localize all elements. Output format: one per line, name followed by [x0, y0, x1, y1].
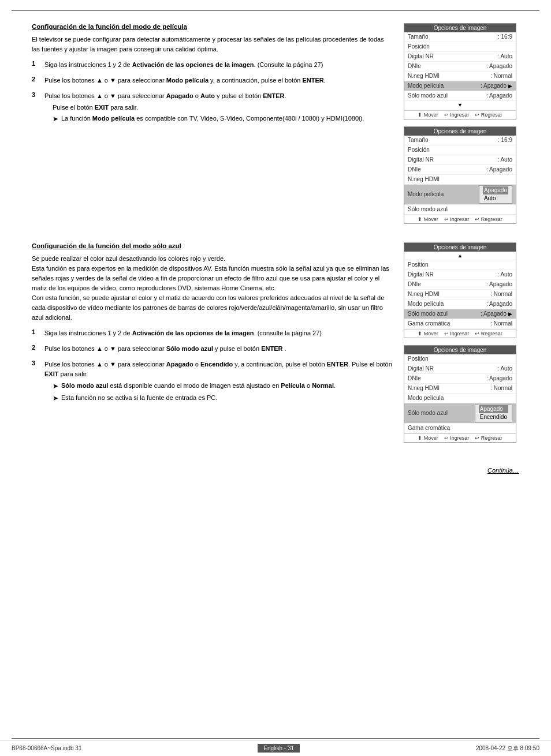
osd4-opt-encendido: Encendido [479, 413, 508, 421]
osd2-solmoazul-label: Sólo modo azul [408, 205, 448, 214]
osd4-row-position: Position [404, 354, 516, 364]
osd4-row-nneg: N.neg HDMI : Normal [404, 384, 516, 394]
osd1-row-modopeli: Modo película : Apagado ▶ [404, 81, 516, 91]
step3-text: Pulse los botones ▲ o ▼ para seleccionar… [44, 91, 364, 125]
osd2-back: ↩ Regresar [475, 216, 502, 222]
osd3-solmoazul-label: Sólo modo azul [408, 310, 448, 318]
osd3-solmoazul-val: : Apagado [481, 310, 507, 318]
osd2-opt-auto: Auto [483, 194, 508, 203]
osd3-gama-val: : Normal [490, 320, 512, 328]
osd3-nneg-label: N.neg HDMI [408, 290, 440, 298]
osd2-dropdown: Apagado Auto [479, 185, 512, 204]
step3-num: 3 [32, 91, 40, 125]
osd1-down-arrow: ▼ [457, 102, 463, 109]
section2: Configuración de la función del modo sól… [32, 242, 519, 450]
osd3-digitalnr-val: : Auto [497, 271, 512, 279]
page-badge: English - 31 [258, 744, 300, 753]
osd4-dnie-label: DNIe [408, 375, 421, 383]
osd4-row-gama: Gama cromática [404, 424, 516, 433]
s2-step1-num: 1 [32, 328, 40, 338]
osd3-row-modopeli: Modo película : Apagado [404, 300, 516, 309]
osd3-modopeli-val: : Apagado [486, 300, 512, 308]
osd-box-1: Opciones de imagen Tamaño : 16:9 Posició… [404, 23, 516, 119]
section2-right: Opciones de imagen ▲ Position Digital NR… [404, 242, 519, 450]
osd3-row-nneg: N.neg HDMI : Normal [404, 290, 516, 300]
osd1-modopeli-label: Modo película [408, 82, 444, 90]
osd3-nneg-val: : Normal [490, 290, 512, 298]
osd4-opt-apagado: Apagado [479, 405, 508, 413]
osd3-row-dnie: DNIe : Apagado [404, 280, 516, 290]
osd4-dnie-val: : Apagado [486, 375, 512, 383]
osd3-digitalnr-label: Digital NR [408, 271, 434, 279]
section1-right: Opciones de imagen Tamaño : 16:9 Posició… [404, 23, 519, 231]
osd1-modopeli-val: : Apagado [481, 82, 507, 90]
s2-note1-text: Sólo modo azul está disponible cuando el… [61, 381, 336, 392]
osd4-title: Opciones de imagen [404, 346, 516, 354]
osd2-digitalnr-val: : Auto [497, 156, 512, 164]
osd2-row-modopeli: Modo película Apagado Auto [404, 185, 516, 205]
osd4-footer: ⬆ Mover ↩ Ingresar ↩ Regresar [404, 433, 516, 442]
osd4-row-digitalnr: Digital NR : Auto [404, 364, 516, 374]
osd3-arrow-right: ▶ [508, 310, 512, 318]
osd1-row-tamano: Tamaño : 16:9 [404, 32, 516, 42]
file-label: BP68-00666A~Spa.indb 31 [12, 745, 82, 751]
osd-box-4: Opciones de imagen Position Digital NR :… [404, 345, 516, 443]
osd3-up-arrow: ▲ [457, 252, 463, 260]
step1-text: Siga las instrucciones 1 y 2 de Activaci… [44, 60, 323, 70]
osd2-dnie-label: DNIe [408, 166, 421, 174]
step3-sub2: ➤ La función Modo película es compatible… [53, 114, 364, 125]
osd2-dnie-val: : Apagado [486, 166, 512, 174]
s2-step3-note1: ➤ Sólo modo azul está disponible cuando … [53, 381, 392, 392]
step3-sub1: Pulse el botón EXIT para salir. [53, 103, 364, 113]
osd-box-2: Opciones de imagen Tamaño : 16:9 Posició… [404, 126, 516, 224]
osd4-modopeli-label: Modo película [408, 394, 444, 402]
section2-title: Configuración de la función del modo sól… [32, 242, 392, 249]
osd3-row-digitalnr: Digital NR : Auto [404, 270, 516, 280]
step2-text: Pulse los botones ▲ o ▼ para seleccionar… [44, 76, 326, 85]
osd1-title: Opciones de imagen [404, 24, 516, 32]
s2-step3-text: Pulse los botones ▲ o ▼ para seleccionar… [44, 360, 392, 403]
osd3-row-gama: Gama cromática : Normal [404, 319, 516, 329]
osd2-move: ⬆ Mover [418, 216, 438, 222]
osd3-position-label: Position [408, 261, 429, 269]
section1-intro: El televisor se puede configurar para de… [32, 35, 392, 54]
osd1-row-solmoazul: Sólo modo azul : Apagado [404, 91, 516, 101]
osd-box-3: Opciones de imagen ▲ Position Digital NR… [404, 242, 516, 339]
top-border [12, 10, 539, 11]
osd4-nneg-val: : Normal [490, 384, 512, 392]
osd3-back: ↩ Regresar [475, 331, 502, 336]
osd4-solmoazul-label: Sólo modo azul [408, 409, 448, 417]
osd1-row-nneg: N.neg HDMI : Normal [404, 72, 516, 81]
osd2-opt-apagado: Apagado [483, 186, 508, 194]
arrow-sym3: ➤ [53, 393, 58, 404]
osd1-back: ↩ Regresar [475, 112, 502, 118]
osd1-dnie-label: DNIe [408, 62, 421, 70]
osd1-footer: ⬆ Mover ↩ Ingresar ↩ Regresar [404, 110, 516, 119]
osd3-move: ⬆ Mover [418, 331, 438, 336]
osd2-modopeli-label: Modo película [408, 190, 444, 199]
arrow-sym1: ➤ [53, 114, 58, 125]
date-label: 2008-04-22 오후 8:09:50 [476, 744, 539, 753]
section2-step3: 3 Pulse los botones ▲ o ▼ para seleccion… [32, 360, 392, 403]
osd1-dnie-val: : Apagado [486, 62, 512, 70]
osd3-title: Opciones de imagen [404, 243, 516, 252]
section2-step1: 1 Siga las instrucciones 1 y 2 de Activa… [32, 328, 392, 338]
osd1-posicion-label: Posición [408, 43, 430, 51]
section1-step2: 2 Pulse los botones ▲ o ▼ para seleccion… [32, 76, 392, 85]
osd1-tamano-val: : 16:9 [498, 33, 512, 41]
osd4-digitalnr-val: : Auto [497, 365, 512, 373]
s2-step2-num: 2 [32, 344, 40, 354]
osd2-row-dnie: DNIe : Apagado [404, 165, 516, 175]
osd2-enter: ↩ Ingresar [444, 216, 470, 222]
s2-step3-note2: ➤ Esta función no se activa si la fuente… [53, 393, 392, 404]
osd4-position-label: Position [408, 355, 429, 363]
osd3-row-up: ▲ [404, 252, 516, 261]
page: Configuración de la función del modo de … [0, 0, 551, 756]
osd4-enter: ↩ Ingresar [444, 435, 470, 441]
osd3-row-position: Position [404, 260, 516, 270]
osd4-dropdown: Apagado Encendido [475, 404, 512, 422]
osd2-nneg-label: N.neg HDMI [408, 175, 440, 184]
osd4-row-modopeli: Modo película [404, 394, 516, 403]
osd2-row-nneg: N.neg HDMI [404, 175, 516, 185]
osd1-solmoazul-val: : Apagado [486, 92, 512, 100]
